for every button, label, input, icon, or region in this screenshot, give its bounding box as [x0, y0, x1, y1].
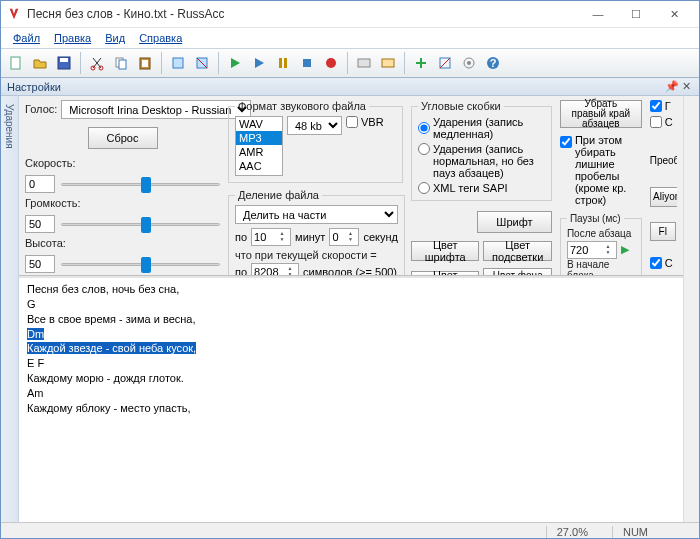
split-chars[interactable]: 8208▲▼ [251, 263, 299, 276]
svg-rect-8 [142, 60, 148, 67]
hl-bg-button[interactable]: Цвет фона подсветки [483, 268, 551, 276]
settings-panel-header: Настройки 📌 ✕ [1, 78, 699, 96]
menu-help[interactable]: Справка [133, 30, 188, 46]
play-icon[interactable] [224, 52, 246, 74]
help-icon[interactable]: ? [482, 52, 504, 74]
close-button[interactable]: ✕ [655, 3, 693, 25]
tool1-icon[interactable] [434, 52, 456, 74]
split-seconds[interactable]: 0▲▼ [329, 228, 359, 246]
status-num: NUM [612, 526, 658, 538]
trim-spaces-checkbox[interactable]: При этом убиратьлишние пробелы(кроме кр.… [560, 134, 642, 207]
svg-rect-9 [173, 58, 183, 68]
new-icon[interactable] [5, 52, 27, 74]
save-icon[interactable] [53, 52, 75, 74]
menu-file[interactable]: Файл [7, 30, 46, 46]
font-color-button[interactable]: Цвет шрифта [411, 241, 479, 261]
svg-rect-0 [11, 57, 20, 69]
angle-opt1[interactable]: Ударения (запись медленная) [418, 116, 545, 140]
pitch-input[interactable] [25, 255, 55, 273]
cut-icon[interactable] [86, 52, 108, 74]
play-pause-icon[interactable]: ▶ [621, 243, 629, 256]
settings-panel-title: Настройки [7, 81, 61, 93]
svg-point-19 [467, 61, 471, 65]
svg-rect-11 [279, 58, 282, 68]
menu-bar: Файл Правка Вид Справка [1, 28, 699, 48]
speed-label: Скорость: [25, 157, 220, 169]
cutoff-check2[interactable]: С [650, 116, 677, 128]
volume-input[interactable] [25, 215, 55, 233]
minimize-button[interactable]: — [579, 3, 617, 25]
paste-icon[interactable] [134, 52, 156, 74]
extra3-icon[interactable] [353, 52, 375, 74]
maximize-button[interactable]: ☐ [617, 3, 655, 25]
svg-rect-6 [119, 60, 126, 69]
split-group: Деление файла Делить на части по 10▲▼ ми… [228, 189, 405, 276]
record-icon[interactable] [320, 52, 342, 74]
menu-edit[interactable]: Правка [48, 30, 97, 46]
format-list[interactable]: WAV MP3 AMR AAC [235, 116, 283, 176]
hl-color-button[interactable]: Цвет подсветки [483, 241, 551, 261]
svg-rect-16 [382, 59, 394, 67]
split-minutes[interactable]: 10▲▼ [251, 228, 291, 246]
speed-input[interactable] [25, 175, 55, 193]
cutoff-btn1[interactable]: Aliyon [650, 187, 677, 206]
extra4-icon[interactable] [377, 52, 399, 74]
format-group: Формат звукового файла WAV MP3 AMR AAC 4… [228, 100, 403, 183]
svg-rect-12 [284, 58, 287, 68]
vbr-checkbox[interactable]: VBR [346, 116, 384, 128]
add-icon[interactable] [410, 52, 432, 74]
settings-panel: Голос: Microsoft Irina Desktop - Russian… [19, 96, 683, 276]
voice-label: Голос: [25, 103, 57, 115]
status-percent: 27.0% [546, 526, 598, 538]
settings-icon[interactable] [458, 52, 480, 74]
title-bar: Песня без слов - Кино.txt - RussAcc — ☐ … [1, 1, 699, 28]
menu-view[interactable]: Вид [99, 30, 131, 46]
split-mode-select[interactable]: Делить на части [235, 205, 398, 224]
pause-icon[interactable] [272, 52, 294, 74]
side-tab-accents[interactable]: Ударения [1, 96, 19, 522]
svg-rect-2 [60, 58, 68, 62]
pitch-label: Высота: [25, 237, 220, 249]
app-icon [7, 7, 21, 21]
stop-icon[interactable] [296, 52, 318, 74]
trim-right-button[interactable]: Убрать правый край абзацев [560, 100, 642, 128]
font-button[interactable]: Шрифт [477, 211, 552, 233]
angle-group: Угловые скобки Ударения (запись медленна… [411, 100, 552, 201]
window-title: Песня без слов - Кино.txt - RussAcc [27, 7, 579, 21]
pauses-group: Паузы (мс) После абзаца 720▲▼▶ В начале … [560, 213, 642, 276]
svg-rect-15 [358, 59, 370, 67]
right-dock [683, 96, 699, 522]
pause-para[interactable]: 720▲▼ [567, 241, 617, 259]
toolbar: ? [1, 48, 699, 78]
bitrate-select[interactable]: 48 kbit [287, 116, 342, 135]
pin-icon[interactable]: 📌 [665, 80, 679, 93]
volume-slider[interactable] [61, 215, 220, 233]
speed-slider[interactable] [61, 175, 220, 193]
reset-button[interactable]: Сброс [88, 127, 158, 149]
status-bar: 27.0% NUM [1, 522, 699, 539]
svg-text:?: ? [490, 57, 497, 69]
cutoff-check1[interactable]: Г [650, 100, 677, 112]
angle-opt2[interactable]: Ударения (запись нормальная, но без пауз… [418, 143, 545, 179]
svg-point-14 [326, 58, 336, 68]
close-panel-icon[interactable]: ✕ [679, 80, 693, 93]
extra1-icon[interactable] [167, 52, 189, 74]
pitch-slider[interactable] [61, 255, 220, 273]
volume-label: Громкость: [25, 197, 220, 209]
cutoff-check3[interactable]: С [650, 257, 677, 269]
open-icon[interactable] [29, 52, 51, 74]
copy-icon[interactable] [110, 52, 132, 74]
svg-rect-13 [303, 59, 311, 67]
angle-opt3[interactable]: XML теги SAPI [418, 182, 545, 194]
voice-select[interactable]: Microsoft Irina Desktop - Russian [61, 100, 251, 119]
cutoff-btn2[interactable]: Fl [650, 222, 676, 241]
play-alt-icon[interactable] [248, 52, 270, 74]
extra2-icon[interactable] [191, 52, 213, 74]
text-editor[interactable]: Песня без слов, ночь без сна, GВсе в сво… [19, 276, 683, 522]
